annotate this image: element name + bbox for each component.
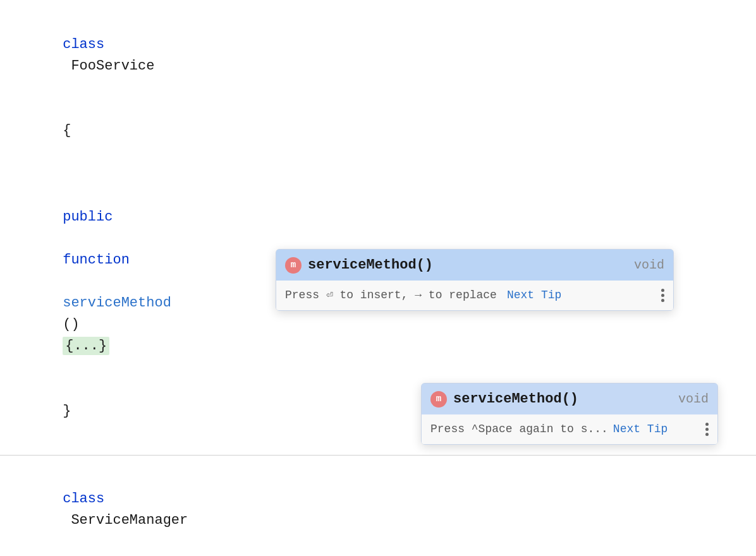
method-parens: (): [63, 317, 79, 332]
brace-close: }: [63, 403, 71, 419]
method-badge-2: m: [430, 391, 447, 408]
code-block-servicemanager: class ServiceManager { public function _…: [0, 467, 756, 556]
more-options-2[interactable]: [705, 423, 709, 436]
autocomplete-hint-2: Press ^Space again to s... Next Tip: [422, 414, 717, 444]
autocomplete-method-name-1: serviceMethod(): [308, 255, 628, 275]
next-tip-link-1[interactable]: Next Tip: [507, 287, 561, 304]
class-name: FooService: [63, 58, 154, 74]
autocomplete-method-name-2: serviceMethod(): [453, 389, 672, 409]
more-options-1[interactable]: [661, 289, 664, 302]
keyword-class: class: [63, 491, 104, 507]
keyword-class: class: [63, 37, 104, 52]
brace-open: {: [63, 123, 71, 138]
code-editor: class FooService { public function servi…: [0, 0, 756, 556]
autocomplete-return-type-1: void: [634, 256, 664, 275]
autocomplete-popup-2[interactable]: m serviceMethod() void Press ^Space agai…: [421, 383, 718, 445]
hint-text-2: Press ^Space again to s...: [430, 421, 608, 438]
next-tip-link-2[interactable]: Next Tip: [613, 421, 668, 438]
method-servicemethod: serviceMethod: [63, 295, 171, 311]
class-name: ServiceManager: [63, 512, 188, 528]
code-line: class FooService: [13, 13, 743, 99]
autocomplete-item-1[interactable]: m serviceMethod() void: [276, 250, 673, 281]
code-block-fooservice: class FooService { public function servi…: [0, 13, 756, 444]
hint-text-1: Press ⏎ to insert, → to replace: [285, 287, 497, 304]
autocomplete-return-type-2: void: [678, 390, 709, 409]
autocomplete-hint-1: Press ⏎ to insert, → to replace Next Tip: [276, 281, 673, 310]
code-line: {: [13, 99, 743, 163]
keyword-public: public: [63, 209, 113, 225]
method-badge-1: m: [285, 257, 302, 274]
code-line: {: [13, 553, 743, 556]
autocomplete-popup-1[interactable]: m serviceMethod() void Press ⏎ to insert…: [276, 249, 674, 311]
autocomplete-item-2[interactable]: m serviceMethod() void: [422, 384, 717, 414]
collapsed-body: {...}: [63, 337, 109, 355]
section-divider: [0, 455, 756, 456]
keyword-function: function: [63, 252, 130, 268]
code-line: class ServiceManager: [13, 467, 743, 553]
